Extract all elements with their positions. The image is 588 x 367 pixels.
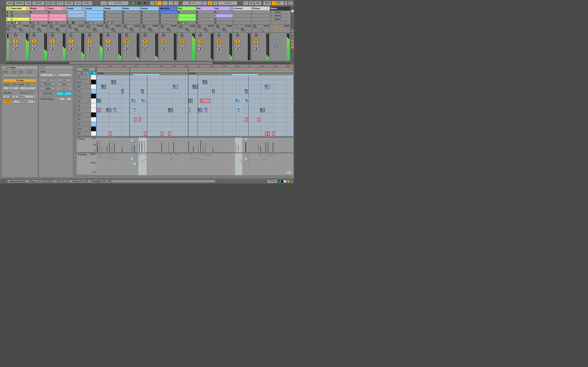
midi-note[interactable]	[99, 108, 101, 112]
punch-out-button[interactable]: ╱	[213, 1, 218, 5]
midi-note[interactable]	[212, 90, 215, 93]
probability-line[interactable]	[135, 164, 138, 164]
probability-line[interactable]	[98, 157, 102, 157]
send-b-knob[interactable]	[259, 28, 262, 31]
key-swatch[interactable]	[91, 99, 96, 103]
track-header[interactable]: Vocals	[141, 7, 159, 11]
send-a-knob[interactable]	[198, 25, 201, 28]
probability-marker[interactable]	[173, 154, 174, 155]
loop-start-field[interactable]: 25. 1. 1	[182, 1, 202, 5]
send-b-knob[interactable]	[241, 28, 244, 31]
midi-note[interactable]	[272, 132, 275, 136]
probability-marker[interactable]	[200, 154, 201, 155]
clip-slot[interactable]	[215, 11, 233, 14]
note-grid[interactable]: E♭2E♭2D2D2D2D2A1A1A1A1A1A1A1F1F1F1F1	[96, 75, 293, 136]
velocity-marker[interactable]	[260, 145, 261, 147]
key-swatch[interactable]	[91, 127, 96, 131]
signature-denominator[interactable]: 4	[12, 95, 18, 98]
scene-play-icon[interactable]: ▶	[271, 18, 272, 20]
key-map-button[interactable]: Key	[254, 1, 261, 5]
track-activator[interactable]: 11	[143, 39, 148, 43]
send-b-knob[interactable]	[37, 28, 40, 31]
midi-note[interactable]: A1	[245, 99, 250, 103]
loop-button[interactable]: ○	[174, 1, 179, 5]
midi-note[interactable]	[139, 118, 141, 122]
probability-line[interactable]	[162, 155, 165, 155]
key-swatch[interactable]	[91, 89, 96, 94]
clip-slot[interactable]: ▶	[48, 17, 66, 21]
send-a-knob[interactable]	[161, 25, 164, 28]
probability-line[interactable]	[112, 159, 117, 159]
pan-knob[interactable]	[199, 34, 202, 37]
midi-note[interactable]	[265, 132, 268, 136]
clip-slot[interactable]: ▶	[85, 11, 104, 14]
piano-key-row[interactable]: E♭1	[77, 113, 96, 117]
velocity-stem[interactable]	[102, 146, 102, 152]
key-swatch[interactable]	[91, 117, 96, 122]
clip-slot[interactable]: ▶	[67, 14, 85, 17]
clip-color-icon[interactable]	[2, 66, 5, 69]
midi-note[interactable]	[245, 118, 247, 122]
probability-marker[interactable]	[198, 158, 199, 160]
key-swatch[interactable]	[91, 80, 96, 84]
monitor-button[interactable]	[161, 47, 166, 50]
velocity-stem[interactable]	[273, 143, 273, 152]
probability-line[interactable]	[135, 155, 138, 155]
key-swatch[interactable]	[91, 94, 96, 98]
clip-slot[interactable]	[215, 17, 233, 21]
probability-marker[interactable]	[109, 154, 110, 155]
send-a-knob[interactable]	[216, 25, 219, 28]
track-header[interactable]: Arp▼	[215, 7, 233, 11]
midi-track-in-indicator[interactable]	[288, 1, 293, 5]
velocity-stem[interactable]	[122, 147, 122, 152]
probability-marker[interactable]	[111, 158, 113, 160]
midi-note[interactable]: A1	[188, 99, 192, 103]
send-b-knob[interactable]	[222, 28, 225, 31]
send-b-knob[interactable]	[7, 27, 9, 31]
midi-overdub-button[interactable]: ⊡	[208, 1, 213, 5]
clip-lane-1[interactable]: ▶	[96, 69, 293, 70]
velocity-stem[interactable]	[200, 140, 201, 152]
probability-marker[interactable]	[265, 154, 267, 155]
velocity-stem[interactable]	[162, 143, 162, 152]
group-play-icon[interactable]: ▶	[67, 11, 68, 13]
clip-slot[interactable]: ▶	[30, 17, 48, 21]
monitor-button[interactable]	[50, 47, 55, 50]
end-set-button[interactable]: Set	[27, 71, 32, 73]
velocity-marker[interactable]	[134, 141, 135, 142]
meter-marker-icon[interactable]: ◀	[24, 36, 26, 38]
probability-marker[interactable]	[101, 157, 103, 158]
piano-key-row[interactable]: D2	[77, 84, 96, 89]
velocity-stem[interactable]	[134, 142, 135, 152]
probability-lane[interactable]: 1/16	[96, 153, 293, 175]
post-b-toggle[interactable]: Post	[276, 29, 281, 31]
probability-marker[interactable]	[141, 159, 143, 160]
solo-button[interactable]: S	[32, 44, 36, 47]
velocity-stem[interactable]	[265, 142, 266, 152]
velocity-stem[interactable]	[260, 147, 261, 152]
monitor-button[interactable]	[13, 47, 18, 50]
velocity-stem[interactable]	[169, 142, 169, 152]
velocity-stem[interactable]	[173, 142, 174, 152]
arrangement-follow-button[interactable]: →‥	[100, 1, 107, 5]
pan-knob[interactable]	[217, 34, 221, 37]
end-field[interactable]: . .	[20, 74, 36, 77]
midi-note[interactable]: D2	[102, 85, 106, 89]
probability-marker[interactable]	[97, 156, 98, 158]
track-activator[interactable]: 14	[198, 39, 203, 43]
velocity-stem[interactable]	[107, 146, 107, 152]
duplicate-button[interactable]: Duplicate	[57, 87, 72, 90]
scale-button[interactable]: Scale	[86, 72, 95, 75]
velocity-stem[interactable]	[132, 141, 132, 152]
midi-note[interactable]	[268, 132, 270, 136]
group-playing-icon[interactable]: ▶	[67, 18, 68, 20]
piano-key-row[interactable]: A0	[77, 131, 96, 136]
send-a-knob[interactable]	[142, 25, 145, 28]
scene-slot[interactable]: ▶Scene 11	[270, 11, 290, 14]
meter-marker-icon[interactable]: ◀	[98, 36, 100, 38]
velocity-stem[interactable]	[205, 143, 206, 152]
probability-marker[interactable]	[121, 160, 123, 161]
send-a-knob[interactable]	[31, 25, 34, 28]
signature-numerator[interactable]: 4	[3, 95, 9, 98]
velocity-marker[interactable]	[121, 146, 123, 147]
